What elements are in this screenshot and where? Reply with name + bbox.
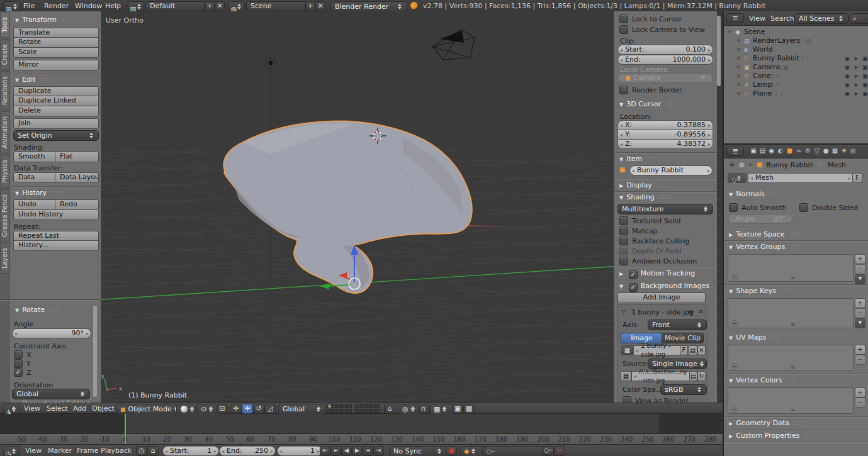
jump-prev-keyframe-button[interactable]: ↞ [330, 446, 341, 456]
shape-keys-add-button[interactable]: + [855, 298, 865, 308]
expand-icon[interactable]: ⊕ [736, 72, 741, 81]
delete-button[interactable]: Delete [13, 106, 99, 116]
timeline-menu-playback[interactable]: Playback [101, 447, 132, 455]
expand-icon[interactable]: ⊕ [736, 63, 741, 72]
scene-add-button[interactable]: + [305, 1, 315, 11]
item-name-field[interactable]: Bunny Rabbit [629, 165, 713, 175]
render-border-checkbox[interactable]: Render Border [619, 86, 682, 94]
screen-layout-delete-button[interactable]: ✕ [215, 1, 225, 11]
layer-12[interactable] [360, 404, 364, 408]
auto-smooth-angle-field[interactable]: Angle:30° [728, 214, 793, 224]
expand-icon[interactable]: ⊕ [736, 81, 741, 89]
tool-shelf-tab-create[interactable]: Create [0, 39, 10, 70]
panel-motion-tracking-header[interactable]: Motion Tracking [619, 269, 695, 279]
renderability-toggle-icon[interactable]: ▣ [862, 63, 868, 72]
properties-tab-modifiers[interactable]: ⚙ [803, 146, 812, 156]
shading-toggle-ambient-occlusion[interactable]: Ambient Occlusion [619, 257, 714, 265]
cursor-y-field[interactable]: Y:-0.89556 [617, 130, 713, 140]
panel-shape-keys-header[interactable]: Shape Keys [729, 287, 776, 295]
local-camera-field[interactable]: ■ Camera ✕ [617, 73, 713, 83]
auto-keyframe-record-button[interactable]: ● [446, 446, 457, 456]
path-image-icon-button[interactable]: ▦ [621, 371, 631, 381]
outliner-item-cone[interactable]: ⊕▽Cone| ▽◉➤▣ [724, 72, 868, 81]
play-reverse-button[interactable]: ◀ [341, 446, 352, 456]
tool-shelf-tab-tools[interactable]: Tools [0, 12, 10, 38]
play-button[interactable]: ▶ [352, 446, 363, 456]
manipulator-rotate-button[interactable]: ↺ [253, 404, 264, 414]
outliner-scope-select[interactable]: All Scenes [794, 13, 848, 24]
layer-11[interactable] [355, 404, 359, 408]
image-fake-user-button[interactable]: F [680, 345, 688, 355]
shading-toggle-matcap[interactable]: Matcap [619, 226, 714, 235]
shading-toggle-backface-culling[interactable]: Backface Culling [619, 236, 714, 245]
selectability-toggle-icon[interactable]: ➤ [854, 81, 859, 89]
layer-13[interactable] [365, 404, 369, 408]
timeline-menu-marker[interactable]: Marker [48, 447, 72, 455]
scene-icon-button[interactable]: ◍ [228, 1, 245, 11]
view3d-menu-object[interactable]: Object [92, 404, 115, 413]
layers-group-1[interactable] [327, 404, 352, 413]
layer-7[interactable] [332, 409, 337, 413]
motion-tracking-checkbox[interactable] [629, 270, 638, 279]
layer-20[interactable] [375, 409, 380, 413]
outliner-item-label[interactable]: Camera [753, 63, 780, 72]
vertex-colors-remove-button[interactable]: − [855, 398, 865, 408]
data-transfer-data-button[interactable]: Data [13, 172, 56, 183]
n-panel-scrollbar[interactable] [717, 16, 721, 86]
panel-uv-maps-header[interactable]: UV Maps [729, 333, 766, 342]
bunny-mesh-object[interactable] [223, 121, 472, 293]
frame-end-field[interactable]: End:250 [219, 446, 276, 456]
shading-mode-select[interactable]: Multitexture [617, 204, 713, 214]
outliner-item-label[interactable]: Scene [744, 28, 765, 36]
expand-icon[interactable]: ⊕ [736, 36, 741, 45]
panel-shading-header[interactable]: Shading [619, 193, 655, 201]
timeline-frame-range-band[interactable] [125, 414, 659, 433]
path-reload-button[interactable]: ↻ [697, 371, 706, 381]
outliner-item-label[interactable]: RenderLayers [753, 36, 801, 45]
timeline-menu-view[interactable]: View [25, 447, 42, 455]
layer-14[interactable] [370, 404, 375, 408]
outliner-item-label[interactable]: Plane [753, 89, 772, 98]
screen-layout-name-field[interactable]: Default [145, 1, 205, 11]
properties-tab-world[interactable]: ◐ [776, 146, 785, 156]
panel-3d-cursor-header[interactable]: 3D Cursor [619, 100, 661, 108]
lock-to-cursor-checkbox[interactable]: Lock to Cursor [619, 14, 682, 23]
tool-shelf-tab-animation[interactable]: Animation [0, 111, 10, 153]
bg-entry-close-icon[interactable]: ✕ [698, 308, 703, 315]
bg-entry-disclosure-icon[interactable]: ▽ [621, 309, 626, 315]
constraint-z-checkbox[interactable]: Z [14, 368, 31, 377]
lock-camera-checkbox[interactable]: Lock Camera to View [619, 25, 705, 34]
add-image-button[interactable]: Add Image [617, 292, 706, 303]
render-engine-select[interactable]: Blender Render [330, 1, 407, 12]
constraint-y-checkbox[interactable]: Y [14, 359, 31, 368]
breadcrumb-object-label[interactable]: Bunny Rabbit [766, 161, 813, 169]
selectability-toggle-icon[interactable]: ➤ [854, 89, 859, 98]
layer-17[interactable] [360, 409, 364, 413]
bg-entry-name[interactable]: 1 bunny - side.jpg [631, 308, 694, 316]
pin-icon[interactable]: ✛ [729, 161, 735, 169]
panel-item-header[interactable]: Item [619, 155, 642, 163]
manipulator-scale-button[interactable]: ◿ [264, 404, 276, 414]
scale-button[interactable]: Scale [13, 47, 99, 58]
visibility-toggle-icon[interactable]: ◉ [845, 54, 850, 63]
mode-select[interactable]: ■ Object Mode [116, 404, 180, 414]
shade-flat-button[interactable]: Flat [55, 152, 99, 162]
sync-mode-select[interactable]: No Sync [389, 446, 447, 456]
panel-history-header[interactable]: History [15, 189, 47, 197]
menu-file[interactable]: File [23, 2, 35, 10]
image-browse-icon-button[interactable]: ▦ [621, 345, 634, 355]
jump-next-keyframe-button[interactable]: ↠ [363, 446, 373, 456]
data-transfer-layout-button[interactable]: Data Layout [55, 172, 99, 183]
outliner-menu-search[interactable]: Search [770, 14, 794, 23]
current-frame-line[interactable] [125, 414, 126, 444]
properties-tab-particles[interactable]: ✳ [840, 146, 848, 156]
manipulator-toggle[interactable]: ✛ [230, 404, 242, 414]
pivot-align-toggle[interactable]: ⊡ [217, 404, 228, 414]
undo-history-button[interactable]: Undo History [13, 209, 99, 220]
menu-window[interactable]: Window [75, 2, 102, 10]
properties-tab-physics[interactable]: ◎ [848, 146, 857, 156]
delete-keyframe-button[interactable]: ✂ [554, 446, 565, 456]
layer-16[interactable] [355, 409, 359, 413]
panel-background-images-header[interactable]: Background Images [619, 282, 709, 292]
current-frame-field[interactable]: 1 [277, 446, 322, 456]
